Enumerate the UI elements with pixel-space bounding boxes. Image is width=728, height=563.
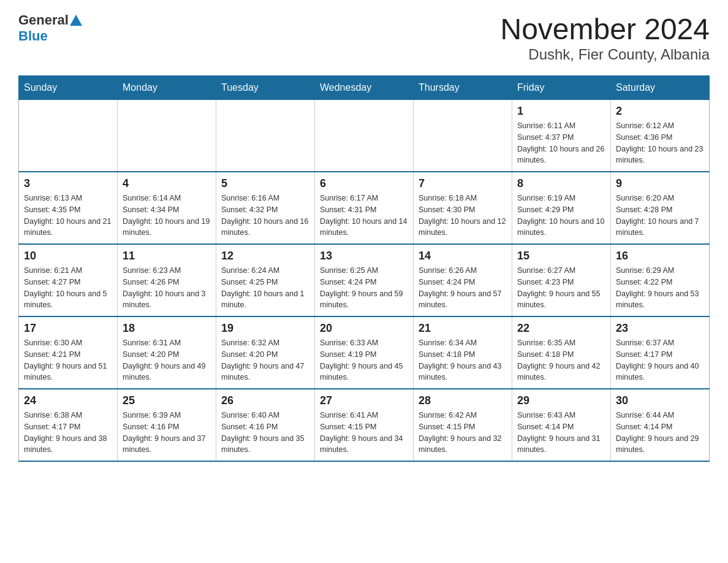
- day-number: 27: [320, 394, 408, 407]
- calendar-day-cell: 27Sunrise: 6:41 AMSunset: 4:15 PMDayligh…: [315, 389, 414, 461]
- calendar-day-cell: 6Sunrise: 6:17 AMSunset: 4:31 PMDaylight…: [315, 172, 414, 244]
- day-number: 21: [419, 322, 507, 335]
- day-number: 16: [616, 250, 704, 262]
- calendar-day-cell: 12Sunrise: 6:24 AMSunset: 4:25 PMDayligh…: [216, 244, 315, 316]
- calendar-day-cell: 21Sunrise: 6:34 AMSunset: 4:18 PMDayligh…: [414, 316, 512, 389]
- day-number: 14: [419, 250, 507, 262]
- day-info: Sunrise: 6:17 AMSunset: 4:31 PMDaylight:…: [320, 193, 408, 239]
- day-number: 13: [320, 250, 408, 262]
- header-tuesday: Tuesday: [216, 76, 315, 100]
- calendar-day-cell: 1Sunrise: 6:11 AMSunset: 4:37 PMDaylight…: [512, 100, 611, 172]
- calendar-day-cell: 3Sunrise: 6:13 AMSunset: 4:35 PMDaylight…: [19, 172, 118, 244]
- day-info: Sunrise: 6:41 AMSunset: 4:15 PMDaylight:…: [320, 410, 408, 456]
- day-number: 1: [517, 105, 605, 118]
- calendar-subtitle: Dushk, Fier County, Albania: [500, 46, 710, 63]
- title-section: November 2024 Dushk, Fier County, Albani…: [500, 12, 710, 63]
- day-info: Sunrise: 6:18 AMSunset: 4:30 PMDaylight:…: [419, 193, 507, 239]
- day-info: Sunrise: 6:19 AMSunset: 4:29 PMDaylight:…: [517, 193, 605, 239]
- day-info: Sunrise: 6:14 AMSunset: 4:34 PMDaylight:…: [123, 193, 211, 239]
- day-info: Sunrise: 6:16 AMSunset: 4:32 PMDaylight:…: [221, 193, 309, 239]
- header-wednesday: Wednesday: [315, 76, 414, 100]
- calendar-day-cell: 8Sunrise: 6:19 AMSunset: 4:29 PMDaylight…: [512, 172, 611, 244]
- calendar-day-cell: 26Sunrise: 6:40 AMSunset: 4:16 PMDayligh…: [216, 389, 315, 461]
- day-number: 30: [616, 394, 704, 407]
- calendar-day-cell: 29Sunrise: 6:43 AMSunset: 4:14 PMDayligh…: [512, 389, 611, 461]
- calendar-table: Sunday Monday Tuesday Wednesday Thursday…: [18, 75, 710, 462]
- calendar-week-row: 17Sunrise: 6:30 AMSunset: 4:21 PMDayligh…: [19, 316, 710, 389]
- calendar-day-cell: 13Sunrise: 6:25 AMSunset: 4:24 PMDayligh…: [315, 244, 414, 316]
- day-number: 9: [616, 177, 704, 190]
- day-number: 10: [24, 250, 112, 262]
- day-number: 8: [517, 177, 605, 190]
- logo-triangle-icon: [70, 15, 82, 26]
- day-info: Sunrise: 6:13 AMSunset: 4:35 PMDaylight:…: [24, 193, 112, 239]
- calendar-day-cell: 7Sunrise: 6:18 AMSunset: 4:30 PMDaylight…: [414, 172, 512, 244]
- day-info: Sunrise: 6:35 AMSunset: 4:18 PMDaylight:…: [517, 337, 605, 383]
- header-saturday: Saturday: [611, 76, 710, 100]
- day-number: 12: [221, 250, 309, 262]
- calendar-day-cell: [19, 100, 118, 172]
- header-thursday: Thursday: [414, 76, 512, 100]
- calendar-day-cell: 11Sunrise: 6:23 AMSunset: 4:26 PMDayligh…: [118, 244, 216, 316]
- day-info: Sunrise: 6:37 AMSunset: 4:17 PMDaylight:…: [616, 337, 704, 383]
- calendar-title: November 2024: [500, 12, 710, 46]
- day-number: 7: [419, 177, 507, 190]
- day-info: Sunrise: 6:26 AMSunset: 4:24 PMDaylight:…: [419, 265, 507, 311]
- calendar-week-row: 10Sunrise: 6:21 AMSunset: 4:27 PMDayligh…: [19, 244, 710, 316]
- day-number: 6: [320, 177, 408, 190]
- day-info: Sunrise: 6:39 AMSunset: 4:16 PMDaylight:…: [123, 410, 211, 456]
- calendar-day-cell: 15Sunrise: 6:27 AMSunset: 4:23 PMDayligh…: [512, 244, 611, 316]
- day-number: 15: [517, 250, 605, 262]
- calendar-day-cell: 10Sunrise: 6:21 AMSunset: 4:27 PMDayligh…: [19, 244, 118, 316]
- day-info: Sunrise: 6:33 AMSunset: 4:19 PMDaylight:…: [320, 337, 408, 383]
- calendar-day-cell: 16Sunrise: 6:29 AMSunset: 4:22 PMDayligh…: [611, 244, 710, 316]
- page-header: General Blue November 2024 Dushk, Fier C…: [18, 12, 710, 63]
- day-number: 4: [123, 177, 211, 190]
- calendar-day-cell: 28Sunrise: 6:42 AMSunset: 4:15 PMDayligh…: [414, 389, 512, 461]
- day-info: Sunrise: 6:43 AMSunset: 4:14 PMDaylight:…: [517, 410, 605, 456]
- day-info: Sunrise: 6:25 AMSunset: 4:24 PMDaylight:…: [320, 265, 408, 311]
- day-number: 2: [616, 105, 704, 118]
- day-info: Sunrise: 6:20 AMSunset: 4:28 PMDaylight:…: [616, 193, 704, 239]
- header-sunday: Sunday: [19, 76, 118, 100]
- calendar-day-cell: 2Sunrise: 6:12 AMSunset: 4:36 PMDaylight…: [611, 100, 710, 172]
- calendar-day-cell: 17Sunrise: 6:30 AMSunset: 4:21 PMDayligh…: [19, 316, 118, 389]
- day-info: Sunrise: 6:40 AMSunset: 4:16 PMDaylight:…: [221, 410, 309, 456]
- calendar-day-cell: [118, 100, 216, 172]
- day-info: Sunrise: 6:44 AMSunset: 4:14 PMDaylight:…: [616, 410, 704, 456]
- day-info: Sunrise: 6:21 AMSunset: 4:27 PMDaylight:…: [24, 265, 112, 311]
- calendar-day-cell: 9Sunrise: 6:20 AMSunset: 4:28 PMDaylight…: [611, 172, 710, 244]
- day-info: Sunrise: 6:31 AMSunset: 4:20 PMDaylight:…: [123, 337, 211, 383]
- day-info: Sunrise: 6:24 AMSunset: 4:25 PMDaylight:…: [221, 265, 309, 311]
- day-number: 20: [320, 322, 408, 335]
- calendar-day-cell: 14Sunrise: 6:26 AMSunset: 4:24 PMDayligh…: [414, 244, 512, 316]
- logo-general-text: General: [18, 12, 69, 28]
- calendar-day-cell: [216, 100, 315, 172]
- header-friday: Friday: [512, 76, 611, 100]
- calendar-day-cell: 20Sunrise: 6:33 AMSunset: 4:19 PMDayligh…: [315, 316, 414, 389]
- calendar-day-cell: 19Sunrise: 6:32 AMSunset: 4:20 PMDayligh…: [216, 316, 315, 389]
- calendar-day-cell: [414, 100, 512, 172]
- calendar-day-cell: 23Sunrise: 6:37 AMSunset: 4:17 PMDayligh…: [611, 316, 710, 389]
- calendar-day-cell: 4Sunrise: 6:14 AMSunset: 4:34 PMDaylight…: [118, 172, 216, 244]
- calendar-day-cell: 18Sunrise: 6:31 AMSunset: 4:20 PMDayligh…: [118, 316, 216, 389]
- day-number: 19: [221, 322, 309, 335]
- day-number: 25: [123, 394, 211, 407]
- day-info: Sunrise: 6:12 AMSunset: 4:36 PMDaylight:…: [616, 120, 704, 166]
- day-number: 24: [24, 394, 112, 407]
- day-number: 28: [419, 394, 507, 407]
- day-number: 17: [24, 322, 112, 335]
- day-info: Sunrise: 6:29 AMSunset: 4:22 PMDaylight:…: [616, 265, 704, 311]
- day-info: Sunrise: 6:32 AMSunset: 4:20 PMDaylight:…: [221, 337, 309, 383]
- day-info: Sunrise: 6:27 AMSunset: 4:23 PMDaylight:…: [517, 265, 605, 311]
- calendar-day-cell: 22Sunrise: 6:35 AMSunset: 4:18 PMDayligh…: [512, 316, 611, 389]
- calendar-week-row: 3Sunrise: 6:13 AMSunset: 4:35 PMDaylight…: [19, 172, 710, 244]
- calendar-week-row: 24Sunrise: 6:38 AMSunset: 4:17 PMDayligh…: [19, 389, 710, 461]
- day-number: 29: [517, 394, 605, 407]
- day-info: Sunrise: 6:34 AMSunset: 4:18 PMDaylight:…: [419, 337, 507, 383]
- day-number: 5: [221, 177, 309, 190]
- day-info: Sunrise: 6:38 AMSunset: 4:17 PMDaylight:…: [24, 410, 112, 456]
- day-number: 11: [123, 250, 211, 262]
- day-info: Sunrise: 6:11 AMSunset: 4:37 PMDaylight:…: [517, 120, 605, 166]
- calendar-day-cell: 24Sunrise: 6:38 AMSunset: 4:17 PMDayligh…: [19, 389, 118, 461]
